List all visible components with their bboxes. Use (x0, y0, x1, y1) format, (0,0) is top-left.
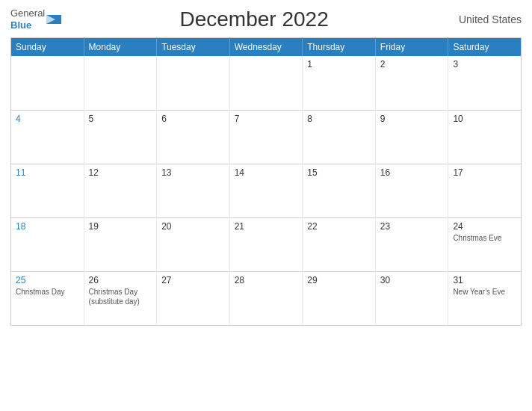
day-number: 24 (453, 221, 516, 232)
calendar-cell: 30 (375, 271, 448, 325)
day-number: 19 (89, 221, 152, 232)
header-friday: Friday (375, 38, 448, 57)
country-label: United States (447, 13, 522, 25)
event-label: New Year's Eve (453, 287, 516, 297)
calendar-cell: 5 (84, 110, 157, 164)
logo-flag-icon (46, 15, 61, 24)
day-number: 14 (235, 167, 298, 178)
header-wednesday: Wednesday (229, 38, 303, 57)
day-number: 16 (380, 167, 444, 178)
day-number: 4 (16, 114, 79, 124)
calendar-week-row: 45678910 (11, 110, 522, 164)
calendar-cell (229, 56, 303, 110)
logo-blue-text: Blue (10, 19, 45, 31)
calendar-cell: 21 (229, 217, 303, 271)
day-number: 21 (235, 221, 298, 232)
calendar-header: General Blue December 2022 United States (10, 7, 522, 31)
calendar-cell: 1 (303, 56, 376, 110)
day-number: 26 (89, 275, 152, 285)
weekday-header-row: Sunday Monday Tuesday Wednesday Thursday… (11, 38, 522, 57)
day-number: 9 (380, 114, 444, 124)
header-sunday: Sunday (11, 38, 84, 57)
day-number: 2 (380, 59, 444, 69)
calendar-cell: 25Christmas Day (11, 271, 84, 325)
header-monday: Monday (84, 38, 157, 57)
day-number: 30 (380, 275, 444, 285)
month-title: December 2022 (61, 7, 447, 31)
logo: General Blue (10, 7, 61, 31)
event-label: (substitute day) (89, 297, 152, 306)
day-number: 27 (161, 275, 225, 285)
event-label: Christmas Day (89, 287, 152, 297)
calendar-cell: 22 (303, 217, 376, 271)
calendar-cell: 11 (11, 164, 84, 217)
day-number: 12 (89, 167, 152, 178)
day-number: 25 (16, 275, 79, 285)
calendar-week-row: 11121314151617 (11, 164, 522, 217)
day-number: 8 (307, 114, 371, 124)
day-number: 28 (235, 275, 298, 285)
day-number: 31 (453, 275, 516, 285)
day-number: 11 (16, 167, 79, 178)
calendar-cell: 31New Year's Eve (448, 271, 522, 325)
calendar-cell: 2 (375, 56, 448, 110)
day-number: 15 (307, 167, 371, 178)
day-number: 13 (161, 167, 225, 178)
calendar-cell: 10 (448, 110, 522, 164)
calendar-cell: 7 (229, 110, 303, 164)
day-number: 10 (453, 114, 516, 124)
day-number: 20 (161, 221, 225, 232)
calendar-week-row: 123 (11, 56, 522, 110)
calendar-cell: 12 (84, 164, 157, 217)
calendar-cell: 14 (229, 164, 303, 217)
calendar-cell (157, 56, 230, 110)
calendar-wrapper: General Blue December 2022 United States… (0, 0, 532, 411)
day-number: 18 (16, 221, 79, 232)
header-thursday: Thursday (303, 38, 376, 57)
calendar-week-row: 18192021222324Christmas Eve (11, 217, 522, 271)
calendar-cell: 27 (157, 271, 230, 325)
calendar-cell (84, 56, 157, 110)
calendar-cell: 4 (11, 110, 84, 164)
event-label: Christmas Day (16, 287, 79, 297)
day-number: 29 (307, 275, 371, 285)
day-number: 17 (453, 167, 516, 178)
day-number: 1 (307, 59, 371, 69)
logo-general-text: General (10, 7, 45, 19)
calendar-cell: 3 (448, 56, 522, 110)
calendar-cell: 28 (229, 271, 303, 325)
calendar-cell (11, 56, 84, 110)
calendar-table: Sunday Monday Tuesday Wednesday Thursday… (10, 37, 522, 326)
calendar-cell: 19 (84, 217, 157, 271)
calendar-cell: 24Christmas Eve (448, 217, 522, 271)
day-number: 23 (380, 221, 444, 232)
calendar-week-row: 25Christmas Day26Christmas Day(substitut… (11, 271, 522, 325)
calendar-cell: 18 (11, 217, 84, 271)
day-number: 5 (89, 114, 152, 124)
day-number: 22 (307, 221, 371, 232)
calendar-cell: 29 (303, 271, 376, 325)
event-label: Christmas Eve (453, 233, 516, 243)
calendar-cell: 26Christmas Day(substitute day) (84, 271, 157, 325)
calendar-cell: 15 (303, 164, 376, 217)
calendar-cell: 17 (448, 164, 522, 217)
calendar-cell: 23 (375, 217, 448, 271)
calendar-cell: 6 (157, 110, 230, 164)
calendar-cell: 9 (375, 110, 448, 164)
calendar-cell: 16 (375, 164, 448, 217)
day-number: 6 (161, 114, 225, 124)
calendar-cell: 13 (157, 164, 230, 217)
header-saturday: Saturday (448, 38, 522, 57)
day-number: 7 (235, 114, 298, 124)
header-tuesday: Tuesday (157, 38, 230, 57)
calendar-cell: 20 (157, 217, 230, 271)
day-number: 3 (453, 59, 516, 69)
calendar-cell: 8 (303, 110, 376, 164)
